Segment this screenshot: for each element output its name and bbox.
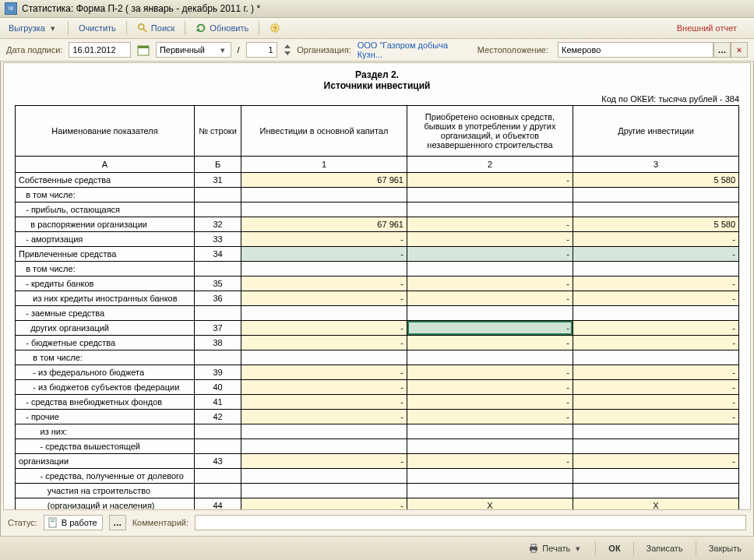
- document-scroll[interactable]: Раздел 2. Источники инвестиций Код по ОК…: [4, 63, 750, 509]
- cell-col3[interactable]: Х: [573, 498, 739, 510]
- cell-col3[interactable]: -: [573, 336, 739, 350]
- cell-col1: -: [241, 247, 407, 262]
- cell-col2[interactable]: -: [407, 232, 573, 247]
- table-row: - амортизация33---: [16, 232, 739, 247]
- cell-col1[interactable]: 67 961: [241, 173, 407, 188]
- cell-col3[interactable]: -: [573, 291, 739, 306]
- cell-col1[interactable]: -: [241, 395, 407, 410]
- location-clear-button[interactable]: ×: [731, 42, 748, 58]
- cell-col3[interactable]: -: [573, 232, 739, 247]
- code-3: 3: [573, 157, 739, 173]
- seq-input[interactable]: [246, 42, 277, 58]
- cell-col3[interactable]: -: [573, 365, 739, 380]
- code-1: 1: [241, 157, 407, 173]
- row-name: - средства вышестоящей: [16, 439, 195, 454]
- location-choose-button[interactable]: …: [713, 42, 731, 58]
- sign-date-input[interactable]: [69, 42, 131, 58]
- svg-rect-13: [531, 550, 536, 552]
- cell-col1[interactable]: -: [241, 380, 407, 395]
- cell-col1[interactable]: -: [241, 276, 407, 291]
- refresh-icon: [196, 23, 206, 33]
- cell-col3[interactable]: 5 580: [573, 173, 739, 188]
- table-row: - кредиты банков35---: [16, 276, 739, 291]
- chevron-down-icon: ▾: [573, 544, 583, 554]
- cell-col3[interactable]: -: [573, 380, 739, 395]
- svg-rect-9: [51, 519, 55, 520]
- table-row: из них:: [16, 424, 739, 439]
- cell-col2[interactable]: -: [407, 173, 573, 188]
- table-row: - прочие42---: [16, 410, 739, 424]
- status-select[interactable]: В работе: [44, 515, 103, 530]
- help-button[interactable]: ?: [264, 19, 286, 37]
- location-input[interactable]: [558, 42, 713, 58]
- table-row: - заемные средства: [16, 306, 739, 321]
- cell-col2[interactable]: -: [407, 410, 573, 424]
- cell-col2: [407, 469, 573, 484]
- cell-col2[interactable]: -: [407, 395, 573, 410]
- clear-label: Очистить: [79, 23, 116, 33]
- comment-input[interactable]: [195, 515, 746, 530]
- ok-button[interactable]: ОК: [602, 541, 626, 556]
- table-row: (организаций и населения)44-ХХ: [16, 498, 739, 510]
- row-name: участия на строительство: [16, 484, 195, 498]
- calendar-icon[interactable]: [137, 44, 149, 56]
- doc-kind-select[interactable]: Первичный ▾: [156, 42, 231, 58]
- row-name: из них:: [16, 424, 195, 439]
- spinner-icon[interactable]: [284, 43, 291, 57]
- row-name: других организаций: [16, 321, 195, 336]
- row-number: 31: [195, 173, 241, 188]
- cell-col2[interactable]: Х: [407, 498, 573, 510]
- table-row: организации43---: [16, 454, 739, 469]
- print-button[interactable]: Печать ▾: [522, 541, 589, 556]
- cell-col2[interactable]: -: [407, 276, 573, 291]
- row-name: - кредиты банков: [16, 276, 195, 291]
- refresh-button[interactable]: Обновить: [190, 19, 254, 37]
- cell-col2[interactable]: -: [407, 336, 573, 350]
- cell-col2[interactable]: -: [407, 217, 573, 232]
- search-button[interactable]: Поиск: [132, 19, 180, 37]
- status-value: В работе: [62, 518, 97, 527]
- cell-col3[interactable]: -: [573, 454, 739, 469]
- cell-col1[interactable]: -: [241, 321, 407, 336]
- cell-col2[interactable]: -: [407, 291, 573, 306]
- help-icon: ?: [270, 23, 280, 33]
- cell-col1[interactable]: -: [241, 498, 407, 510]
- export-button[interactable]: Выгрузка ▾: [3, 19, 63, 37]
- row-number: [195, 262, 241, 276]
- cell-col3[interactable]: -: [573, 410, 739, 424]
- cell-col1[interactable]: -: [241, 454, 407, 469]
- cell-col1[interactable]: -: [241, 232, 407, 247]
- svg-marker-6: [284, 44, 291, 48]
- separator: [595, 541, 596, 555]
- cell-col2[interactable]: -: [407, 380, 573, 395]
- cell-col1[interactable]: -: [241, 291, 407, 306]
- cell-col2: [407, 350, 573, 365]
- org-link[interactable]: ООО "Газпром добыча Кузн...: [358, 41, 471, 59]
- clear-button[interactable]: Очистить: [73, 19, 122, 37]
- svg-marker-7: [284, 51, 291, 55]
- cell-col3[interactable]: 5 580: [573, 217, 739, 232]
- save-button[interactable]: Записать: [640, 541, 689, 556]
- cell-col3: [573, 439, 739, 454]
- row-number: [195, 424, 241, 439]
- cell-col2[interactable]: -: [407, 321, 573, 336]
- cell-col2: -: [407, 247, 573, 262]
- cell-col2: [407, 439, 573, 454]
- cell-col3[interactable]: -: [573, 395, 739, 410]
- external-report-link[interactable]: Внешний отчет: [677, 23, 737, 33]
- cell-col2[interactable]: -: [407, 454, 573, 469]
- row-number: [195, 306, 241, 321]
- svg-rect-8: [49, 518, 56, 527]
- cell-col3[interactable]: -: [573, 276, 739, 291]
- cell-col1[interactable]: -: [241, 410, 407, 424]
- status-choose-button[interactable]: …: [109, 515, 126, 530]
- cell-col3[interactable]: -: [573, 321, 739, 336]
- cell-col3: [573, 188, 739, 203]
- app-icon: lıl: [5, 2, 17, 15]
- cell-col1[interactable]: 67 961: [241, 217, 407, 232]
- cell-col2[interactable]: -: [407, 365, 573, 380]
- close-button[interactable]: Закрыть: [703, 541, 748, 556]
- cell-col1[interactable]: -: [241, 365, 407, 380]
- slash: /: [238, 45, 240, 55]
- cell-col1[interactable]: -: [241, 336, 407, 350]
